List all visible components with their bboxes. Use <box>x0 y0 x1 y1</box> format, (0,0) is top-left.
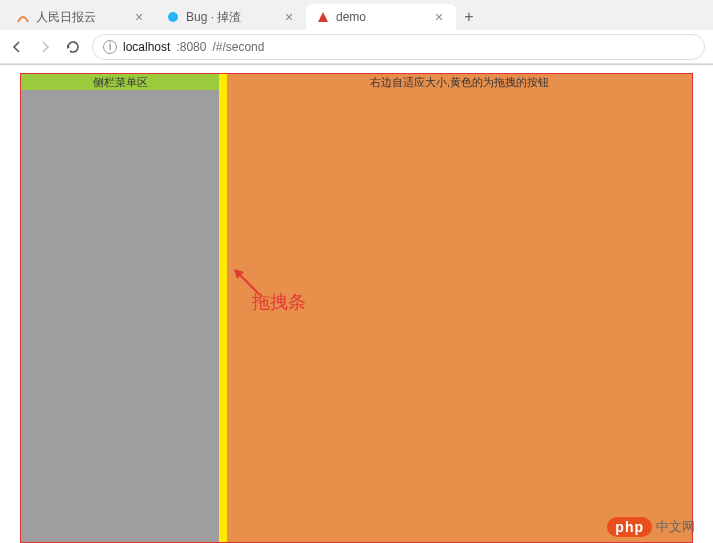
tab-item[interactable]: 人民日报云 × <box>6 4 156 30</box>
main-header: 右边自适应大小,黄色的为拖拽的按钮 <box>227 74 692 90</box>
sidebar-panel: 侧栏菜单区 <box>21 74 219 542</box>
close-icon[interactable]: × <box>432 10 446 24</box>
layout-frame: 侧栏菜单区 右边自适应大小,黄色的为拖拽的按钮 <box>20 73 693 543</box>
address-bar: i localhost:8080/#/second <box>0 30 713 64</box>
close-icon[interactable]: × <box>282 10 296 24</box>
page-content: 侧栏菜单区 右边自适应大小,黄色的为拖拽的按钮 拖拽条 <box>0 65 713 543</box>
url-path: /#/second <box>212 40 264 54</box>
url-port: :8080 <box>176 40 206 54</box>
tab-title: Bug · 掉渣 <box>186 9 282 26</box>
reload-button[interactable] <box>64 38 82 56</box>
tab-title: demo <box>336 10 432 24</box>
forward-button[interactable] <box>36 38 54 56</box>
main-panel: 右边自适应大小,黄色的为拖拽的按钮 <box>227 74 692 542</box>
watermark-text: 中文网 <box>656 518 695 536</box>
tab-item[interactable]: Bug · 掉渣 × <box>156 4 306 30</box>
favicon-icon <box>166 10 180 24</box>
drag-handle[interactable] <box>219 74 227 542</box>
browser-chrome: 人民日报云 × Bug · 掉渣 × demo × + i localhost:… <box>0 0 713 65</box>
tab-title: 人民日报云 <box>36 9 132 26</box>
watermark-brand: php <box>607 517 652 537</box>
url-host: localhost <box>123 40 170 54</box>
new-tab-button[interactable]: + <box>456 4 482 30</box>
favicon-icon <box>16 10 30 24</box>
tab-bar: 人民日报云 × Bug · 掉渣 × demo × + <box>0 0 713 30</box>
sidebar-header: 侧栏菜单区 <box>21 74 219 90</box>
close-icon[interactable]: × <box>132 10 146 24</box>
back-button[interactable] <box>8 38 26 56</box>
site-info-icon[interactable]: i <box>103 40 117 54</box>
favicon-icon <box>316 10 330 24</box>
url-input[interactable]: i localhost:8080/#/second <box>92 34 705 60</box>
svg-marker-1 <box>318 12 328 22</box>
svg-point-0 <box>168 12 178 22</box>
tab-item-active[interactable]: demo × <box>306 4 456 30</box>
watermark: php 中文网 <box>607 517 695 537</box>
